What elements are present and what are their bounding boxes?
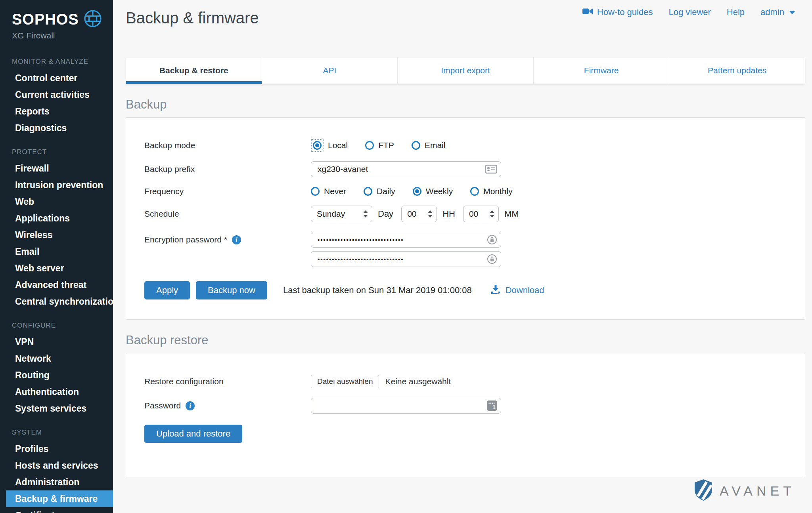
download-link[interactable]: Download (490, 284, 544, 297)
restore-config-label: Restore configuration (144, 377, 311, 386)
sidebar-item-vpn[interactable]: VPN (0, 334, 113, 350)
restore-card: Restore configuration Datei auswählen Ke… (126, 353, 805, 477)
encryption-password-label-wrap: Encryption password * (144, 235, 311, 244)
sidebar-item-advanced-threat[interactable]: Advanced threat (0, 277, 113, 293)
sidebar-item-current-activities[interactable]: Current activities (0, 86, 113, 103)
encryption-password-wrap (311, 232, 501, 248)
backup-mode-label: Backup mode (144, 141, 311, 150)
upload-and-restore-button[interactable]: Upload and restore (144, 425, 242, 443)
select-stepper-icon (363, 210, 368, 217)
radio-never[interactable]: Never (311, 187, 346, 196)
info-icon[interactable] (186, 401, 195, 410)
sidebar-item-web-server[interactable]: Web server (0, 260, 113, 277)
sidebar-item-control-center[interactable]: Control center (0, 70, 113, 86)
password-lock-icon[interactable] (487, 235, 497, 245)
sidebar-item-network[interactable]: Network (0, 350, 113, 367)
how-to-guides-label: How-to guides (597, 7, 653, 17)
how-to-guides-link[interactable]: How-to guides (582, 7, 653, 17)
sidebar-item-reports[interactable]: Reports (0, 103, 113, 120)
schedule-mm-select[interactable]: 00 (463, 206, 499, 222)
password-manager-icon[interactable]: ••••1 (487, 400, 497, 411)
radio-weekly[interactable]: Weekly (413, 187, 453, 196)
radio-monthly[interactable]: Monthly (470, 187, 513, 196)
backup-prefix-label: Backup prefix (144, 164, 311, 174)
sidebar-item-authentication[interactable]: Authentication (0, 383, 113, 400)
backup-actions-row: Apply Backup now Last backup taken on Su… (144, 281, 787, 299)
radio-local[interactable]: Local (311, 139, 348, 152)
schedule-day-value: Sunday (317, 209, 345, 219)
encryption-password-input[interactable] (311, 232, 501, 248)
content: Backup & restore API Import export Firmw… (113, 36, 812, 477)
encryption-password-confirm-wrap (311, 251, 501, 267)
tab-import-export[interactable]: Import export (398, 57, 534, 84)
sidebar-item-email[interactable]: Email (0, 243, 113, 260)
select-stepper-icon (428, 210, 433, 217)
radio-daily[interactable]: Daily (364, 187, 395, 196)
radio-never-icon[interactable] (311, 187, 320, 196)
radio-local-icon[interactable] (313, 141, 322, 150)
tab-firmware[interactable]: Firmware (534, 57, 670, 84)
sidebar-item-routing[interactable]: Routing (0, 367, 113, 383)
main-area: Backup & firmware How-to guides Log view… (113, 0, 812, 513)
sidebar: SOPHOS XG Firewall MONITOR & ANALYZE Con… (0, 0, 113, 513)
radio-weekly-label: Weekly (426, 187, 453, 196)
file-status-text: Keine ausgewählt (385, 377, 451, 386)
schedule-hh-select[interactable]: 00 (401, 206, 437, 222)
sidebar-item-firewall[interactable]: Firewall (0, 160, 113, 177)
firewall-globe-icon (84, 10, 102, 29)
backup-now-button[interactable]: Backup now (196, 281, 267, 299)
info-icon[interactable] (232, 235, 241, 244)
frequency-label: Frequency (144, 187, 311, 196)
radio-email-icon[interactable] (412, 141, 420, 150)
tab-api[interactable]: API (262, 57, 398, 84)
schedule-day-unit: Day (378, 209, 393, 219)
radio-focus-ring (311, 139, 324, 152)
brand-logo: SOPHOS XG Firewall (0, 0, 113, 40)
topbar: Backup & firmware How-to guides Log view… (113, 0, 812, 36)
radio-daily-icon[interactable] (364, 187, 372, 196)
restore-password-input[interactable] (311, 398, 501, 414)
sidebar-item-certificates[interactable]: Certificates (0, 507, 113, 513)
help-link[interactable]: Help (727, 7, 745, 17)
sidebar-item-hosts-and-services[interactable]: Hosts and services (0, 457, 113, 474)
backup-mode-row: Backup mode Local FTP Email (144, 139, 787, 152)
sidebar-item-system-services[interactable]: System services (0, 400, 113, 417)
password-lock-icon[interactable] (487, 254, 497, 264)
nav-section-monitor-analyze: MONITOR & ANALYZE (0, 46, 113, 70)
tab-pattern-updates[interactable]: Pattern updates (669, 57, 805, 84)
choose-file-button[interactable]: Datei auswählen (311, 375, 379, 388)
radio-email[interactable]: Email (412, 141, 446, 150)
schedule-label: Schedule (144, 209, 311, 219)
radio-monthly-icon[interactable] (470, 187, 479, 196)
schedule-day-select[interactable]: Sunday (311, 206, 372, 222)
partner-logo: AVANET (693, 479, 795, 503)
partner-logo-text: AVANET (720, 483, 795, 499)
radio-email-label: Email (425, 141, 446, 150)
radio-ftp-icon[interactable] (365, 141, 374, 150)
apply-button[interactable]: Apply (144, 281, 190, 299)
radio-weekly-icon[interactable] (413, 187, 421, 196)
tab-backup-restore[interactable]: Backup & restore (126, 57, 262, 84)
caret-down-icon (789, 11, 795, 14)
backup-prefix-input[interactable] (311, 161, 501, 177)
sidebar-item-administration[interactable]: Administration (0, 474, 113, 490)
contact-card-icon[interactable] (485, 165, 497, 174)
backup-section-title: Backup (126, 97, 805, 112)
sidebar-item-backup-firmware[interactable]: Backup & firmware (6, 490, 113, 507)
sidebar-item-web[interactable]: Web (0, 193, 113, 210)
sidebar-item-intrusion-prevention[interactable]: Intrusion prevention (0, 177, 113, 193)
encryption-password-confirm-input[interactable] (311, 251, 501, 267)
sidebar-item-wireless[interactable]: Wireless (0, 227, 113, 243)
sidebar-item-profiles[interactable]: Profiles (0, 441, 113, 457)
sidebar-item-applications[interactable]: Applications (0, 210, 113, 227)
backup-prefix-row: Backup prefix (144, 161, 787, 177)
backup-prefix-input-wrap (311, 161, 501, 177)
restore-password-label-wrap: Password (144, 401, 311, 410)
admin-menu[interactable]: admin (760, 7, 795, 17)
sidebar-item-central-synchronization[interactable]: Central synchronization (0, 293, 113, 310)
log-viewer-link[interactable]: Log viewer (668, 7, 710, 17)
schedule-hh-value: 00 (407, 209, 416, 219)
radio-ftp[interactable]: FTP (365, 141, 394, 150)
sidebar-item-diagnostics[interactable]: Diagnostics (0, 120, 113, 136)
radio-monthly-label: Monthly (483, 187, 513, 196)
